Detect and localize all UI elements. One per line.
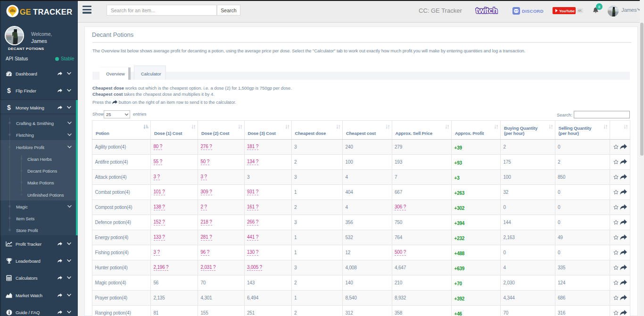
svg-text:YouTube: YouTube [559,9,575,13]
svg-text:twitch: twitch [476,6,497,15]
svg-text:DISCORD: DISCORD [522,8,544,14]
